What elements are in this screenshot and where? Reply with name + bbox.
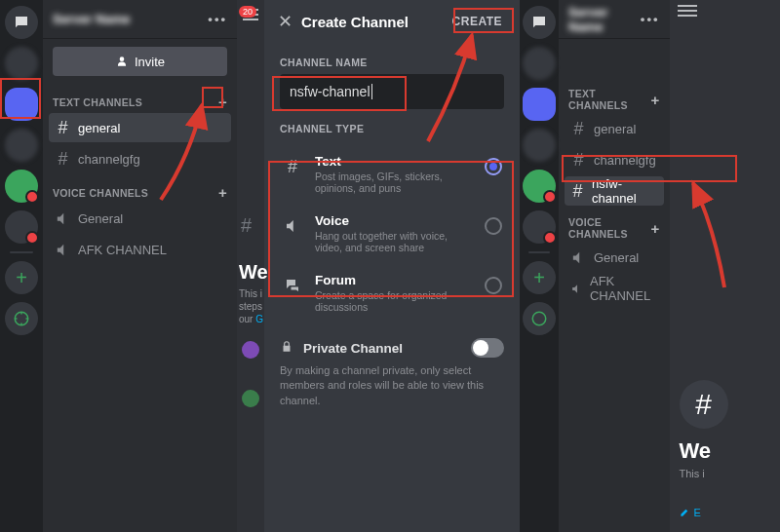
forum-icon [282, 275, 303, 296]
svg-point-1 [532, 312, 546, 325]
voice-afk[interactable]: AFK CHANNEL [49, 235, 231, 264]
avatar [242, 341, 259, 359]
server-menu-icon[interactable]: ••• [641, 12, 660, 26]
lock-icon [280, 340, 293, 357]
category-label: VOICE CHANNELS [568, 216, 650, 240]
radio-unselected[interactable] [485, 217, 502, 235]
server-name: Server Name [568, 5, 641, 34]
hash-icon: # [282, 156, 303, 177]
server-pill-3[interactable] [523, 170, 556, 203]
channel-label: AFK CHANNEL [78, 243, 167, 257]
type-desc: Create a space for organized discussions [315, 289, 473, 313]
modal-title: Create Channel [295, 14, 445, 30]
voice-general[interactable]: General [565, 243, 664, 272]
radio-selected[interactable] [485, 158, 502, 175]
server-pill-2[interactable] [5, 129, 38, 162]
private-label: Private Channel [303, 341, 461, 356]
channel-type-list: # Text Post images, GIFs, stickers, opin… [274, 144, 510, 323]
server-pill-active[interactable] [523, 88, 556, 121]
type-title: Voice [315, 213, 473, 228]
voice-afk[interactable]: AFK CHANNEL [565, 274, 664, 303]
channel-label: General [594, 250, 639, 265]
channel-general[interactable]: # general [565, 114, 664, 143]
type-title: Forum [315, 273, 473, 287]
hash-icon: # [570, 150, 587, 171]
server-menu-icon[interactable]: ••• [208, 12, 227, 26]
server-header[interactable]: Server Name ••• [43, 0, 237, 39]
server-pill-1[interactable] [5, 47, 38, 80]
channel-label: channelgfg [594, 153, 656, 168]
dm-home[interactable] [5, 6, 38, 39]
channel-sidebar-left: Server Name ••• Invite TEXT CHANNELS + #… [43, 0, 237, 532]
welcome-sub-fragment: This istepsour G [239, 287, 263, 325]
category-text-channels[interactable]: TEXT CHANNELS + [559, 39, 670, 113]
channel-label: channelgfg [78, 152, 140, 167]
speaker-icon [570, 281, 583, 297]
invite-icon [115, 55, 129, 68]
type-desc: Hang out together with voice, video, and… [315, 230, 473, 253]
type-desc: Post images, GIFs, stickers, opinions, a… [315, 171, 473, 194]
type-option-voice[interactable]: Voice Hang out together with voice, vide… [274, 204, 510, 263]
server-pill-3[interactable] [5, 170, 38, 203]
channel-channelgfg[interactable]: # channelgfg [565, 145, 664, 174]
channel-sidebar-right: Server Name ••• TEXT CHANNELS + # genera… [559, 0, 670, 532]
category-label: VOICE CHANNELS [53, 187, 148, 199]
explore-servers-button[interactable] [5, 302, 38, 335]
channel-label: general [78, 121, 120, 135]
add-server-button[interactable]: + [5, 261, 38, 294]
hamburger-icon[interactable] [678, 10, 697, 12]
add-server-button[interactable]: + [523, 261, 556, 294]
invite-button[interactable]: Invite [53, 47, 227, 76]
invite-label: Invite [135, 55, 165, 69]
server-pill-active[interactable] [5, 88, 38, 121]
annotation-arrow [676, 175, 744, 295]
private-toggle[interactable] [471, 338, 504, 358]
server-name: Server Name [53, 12, 208, 26]
explore-servers-button[interactable] [523, 302, 556, 335]
welcome-fragment: We [239, 261, 268, 284]
discord-icon [13, 14, 30, 31]
add-channel-button[interactable]: + [650, 92, 659, 108]
panel-step1: + Server Name ••• Invite TEXT CHANNELS +… [0, 0, 237, 532]
category-label: TEXT CHANNELS [568, 88, 650, 111]
speaker-icon [282, 215, 303, 237]
private-description: By making a channel private, only select… [264, 363, 520, 424]
channel-welcome-hash-icon: # [680, 380, 728, 429]
server-pill-1[interactable] [523, 47, 556, 80]
text-caret [371, 84, 372, 99]
server-pill-4[interactable] [5, 210, 38, 244]
voice-general[interactable]: General [49, 204, 231, 233]
server-pill-4[interactable] [523, 210, 556, 244]
channel-label: AFK CHANNEL [590, 274, 658, 303]
add-channel-button[interactable]: + [218, 94, 227, 110]
server-rail: + [0, 0, 43, 532]
channel-label: General [78, 211, 123, 226]
hash-icon: # [55, 118, 71, 138]
edit-channel-link[interactable]: E [680, 507, 701, 518]
channel-nsfw-channel[interactable]: # nsfw-channel [565, 176, 664, 206]
speaker-icon [55, 210, 71, 227]
server-pill-2[interactable] [523, 129, 556, 162]
speaker-icon [55, 242, 71, 258]
server-header[interactable]: Server Name ••• [559, 0, 670, 39]
add-voice-channel-button[interactable]: + [218, 184, 227, 201]
discord-icon [530, 14, 548, 31]
add-voice-channel-button[interactable]: + [650, 220, 659, 237]
pencil-icon [680, 507, 690, 517]
dm-home[interactable] [523, 6, 556, 39]
hash-icon: # [570, 119, 587, 139]
private-channel-row: Private Channel [264, 323, 520, 363]
type-option-forum[interactable]: Forum Create a space for organized discu… [274, 263, 510, 323]
type-text-block: Voice Hang out together with voice, vide… [315, 213, 473, 253]
channel-name-value: nsfw-channel [290, 84, 370, 99]
channel-label: general [594, 122, 636, 136]
category-label: TEXT CHANNELS [53, 96, 142, 108]
radio-unselected[interactable] [485, 277, 502, 294]
welcome-subtext: This i [680, 468, 705, 479]
category-voice-channels[interactable]: VOICE CHANNELS + [559, 207, 670, 242]
notification-badge: 20 [239, 6, 256, 18]
avatar [242, 390, 259, 407]
close-button[interactable]: ✕ [274, 11, 295, 32]
type-option-text[interactable]: # Text Post images, GIFs, stickers, opin… [274, 144, 510, 204]
hash-icon: # [570, 181, 585, 202]
